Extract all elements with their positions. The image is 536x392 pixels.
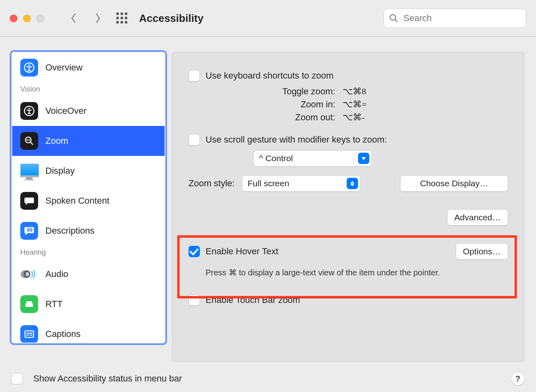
row-hover-text: Enable Hover Text Options… <box>189 243 508 260</box>
svg-rect-8 <box>125 21 127 23</box>
svg-point-14 <box>28 108 30 109</box>
show-all-grid-button[interactable] <box>116 13 128 24</box>
back-button[interactable] <box>67 10 80 27</box>
rtt-icon <box>20 295 38 313</box>
titlebar: Accessibility <box>0 0 536 37</box>
label-zoom-style: Zoom style: <box>189 178 235 189</box>
select-value: ^ Control <box>259 153 293 163</box>
sidebar-item-captions[interactable]: Captions <box>12 319 165 343</box>
zoom-style-select[interactable]: Full screen <box>242 175 360 192</box>
row-scroll-gesture: Use scroll gesture with modifier keys to… <box>189 134 508 145</box>
search-icon <box>389 13 399 23</box>
label-hover-text: Enable Hover Text <box>206 246 278 257</box>
chevrons-icon <box>347 178 358 189</box>
sidebar-item-label: Audio <box>45 269 68 279</box>
grid-icon <box>116 13 128 24</box>
svg-line-16 <box>30 142 33 145</box>
label-menubar-status: Show Accessibility status in menu bar <box>33 373 182 384</box>
zoom-icon <box>20 132 38 150</box>
sidebar-section-vision: Vision <box>12 83 165 96</box>
sidebar-item-label: Captions <box>45 329 81 339</box>
sidebar[interactable]: Overview Vision VoiceOver Zoom Display <box>11 52 165 343</box>
label-scroll-gesture: Use scroll gesture with modifier keys to… <box>206 134 387 145</box>
svg-rect-6 <box>116 21 119 23</box>
label-touchbar-zoom: Enable Touch Bar zoom <box>206 295 300 305</box>
svg-rect-5 <box>125 17 127 19</box>
svg-point-24 <box>29 305 30 305</box>
shortcut-list: Toggle zoom: ⌥⌘8 Zoom in: ⌥⌘= Zoom out: … <box>205 86 508 123</box>
hover-text-options-button[interactable]: Options… <box>456 243 508 260</box>
sidebar-item-label: VoiceOver <box>45 106 87 116</box>
window-controls <box>10 15 44 22</box>
forward-button[interactable] <box>91 10 104 27</box>
minimize-window-button[interactable] <box>23 15 31 22</box>
close-window-button[interactable] <box>10 15 17 22</box>
captions-icon <box>20 325 38 343</box>
nav-buttons <box>67 10 104 27</box>
checkbox-menubar-status[interactable] <box>11 373 23 384</box>
chevron-down-icon <box>358 153 369 164</box>
checkbox-scroll-gesture[interactable] <box>189 134 200 145</box>
hover-text-hint: Press ⌘ to display a large-text view of … <box>206 268 508 277</box>
label-kb-shortcuts: Use keyboard shortcuts to zoom <box>206 70 333 81</box>
svg-point-12 <box>28 64 30 66</box>
checkbox-kb-shortcuts[interactable] <box>189 70 200 81</box>
svg-point-20 <box>26 272 29 277</box>
sidebar-item-descriptions[interactable]: 99 Descriptions <box>12 216 165 246</box>
sidebar-item-overview[interactable]: Overview <box>12 53 165 83</box>
settings-panel: Use keyboard shortcuts to zoom Toggle zo… <box>172 52 525 362</box>
sidebar-item-zoom[interactable]: Zoom <box>12 126 165 156</box>
spoken-content-icon <box>20 192 38 210</box>
select-value: Full screen <box>248 179 289 188</box>
sidebar-item-label: RTT <box>45 299 62 309</box>
row-touchbar-zoom: Enable Touch Bar zoom <box>189 294 508 306</box>
svg-line-10 <box>395 19 397 22</box>
shortcut-label: Toggle zoom: <box>205 86 343 97</box>
help-button[interactable]: ? <box>511 372 525 386</box>
svg-rect-7 <box>121 21 123 23</box>
svg-rect-2 <box>125 13 127 15</box>
voiceover-icon <box>20 102 38 120</box>
sidebar-item-spoken-content[interactable]: Spoken Content <box>12 186 165 216</box>
svg-rect-0 <box>116 13 119 15</box>
accessibility-icon <box>20 59 38 77</box>
sidebar-item-label: Spoken Content <box>45 196 109 206</box>
modifier-key-select[interactable]: ^ Control <box>253 150 372 166</box>
svg-rect-28 <box>30 334 32 335</box>
svg-rect-27 <box>26 334 29 335</box>
sidebar-item-label: Zoom <box>45 136 68 146</box>
svg-point-25 <box>31 305 32 305</box>
display-icon <box>20 162 38 180</box>
search-field[interactable] <box>384 9 526 28</box>
checkbox-hover-text[interactable] <box>189 246 200 257</box>
sidebar-item-label: Overview <box>45 62 83 73</box>
sidebar-section-hearing: Hearing <box>12 246 165 259</box>
window-title: Accessibility <box>139 12 204 25</box>
svg-rect-3 <box>116 17 119 19</box>
row-kb-shortcuts: Use keyboard shortcuts to zoom <box>189 70 508 81</box>
sidebar-item-voiceover[interactable]: VoiceOver <box>12 96 165 126</box>
svg-rect-29 <box>26 333 32 334</box>
advanced-button[interactable]: Advanced… <box>447 209 508 226</box>
descriptions-icon: 99 <box>20 222 38 240</box>
shortcut-value: ⌥⌘8 <box>343 86 377 97</box>
footer: Show Accessibility status in menu bar ? <box>11 372 525 386</box>
choose-display-button[interactable]: Choose Display… <box>400 175 508 192</box>
sidebar-item-label: Descriptions <box>45 226 94 236</box>
sidebar-item-audio[interactable]: Audio <box>12 259 165 289</box>
shortcut-label: Zoom out: <box>205 112 343 123</box>
shortcut-value: ⌥⌘= <box>343 99 377 110</box>
sidebar-item-display[interactable]: Display <box>12 156 165 186</box>
checkbox-touchbar-zoom[interactable] <box>189 294 200 306</box>
svg-point-9 <box>390 15 396 20</box>
row-zoom-style: Zoom style: Full screen Choose Display… <box>189 175 508 192</box>
svg-rect-4 <box>121 17 123 19</box>
svg-text:99: 99 <box>27 227 32 233</box>
search-input[interactable] <box>403 13 521 24</box>
sidebar-item-rtt[interactable]: RTT <box>12 289 165 319</box>
shortcut-label: Zoom in: <box>205 99 343 110</box>
svg-rect-22 <box>26 301 32 303</box>
zoom-window-button[interactable] <box>36 15 44 22</box>
shortcut-value: ⌥⌘- <box>343 112 377 123</box>
sidebar-item-label: Display <box>45 166 75 176</box>
